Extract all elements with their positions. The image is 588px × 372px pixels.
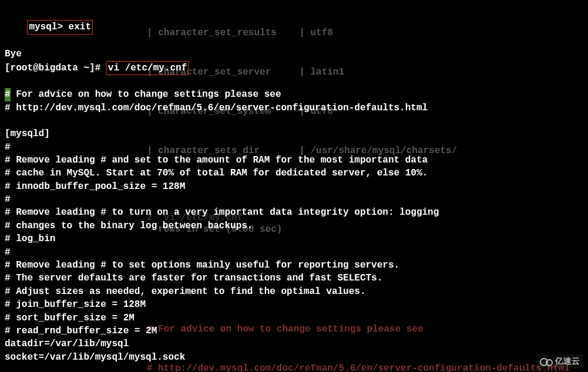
terminal-window[interactable]: mysql> exit Bye [root@bigdata ~]# vi /et… xyxy=(0,0,588,372)
vi-cmd-box: vi /etc/my.cnf xyxy=(106,61,189,75)
terminal-line: # innodb_buffer_pool_size = 128M xyxy=(5,180,583,193)
terminal-line: # read_rnd_buffer_size = 2M xyxy=(5,324,583,337)
root-prompt: [root@bigdata ~]# xyxy=(5,63,106,73)
terminal-line: # http://dev.mysql.com/doc/refman/5.6/en… xyxy=(5,102,583,114)
terminal-line: # xyxy=(5,193,583,206)
file-text: For advice on how to change settings ple… xyxy=(11,89,281,100)
terminal-line xyxy=(5,114,583,127)
terminal-line: # join_buffer_size = 128M xyxy=(5,298,583,311)
cloud-icon xyxy=(540,357,553,366)
terminal-line: datadir=/var/lib/mysql xyxy=(5,337,583,350)
terminal-line: # Remove leading # and set to the amount… xyxy=(5,154,583,167)
cursor-highlight: # xyxy=(5,88,11,101)
exit-cmd: exit xyxy=(63,22,91,32)
terminal-line: # For advice on how to change settings p… xyxy=(5,88,583,101)
terminal-line: # Remove leading # to set options mainly… xyxy=(5,259,583,272)
terminal-line xyxy=(5,364,583,372)
terminal-line: # The server defaults are faster for tra… xyxy=(5,272,583,285)
terminal-line: # Remove leading # to turn on a very imp… xyxy=(5,206,583,219)
watermark-text: 亿速云 xyxy=(555,356,580,367)
terminal-line: [root@bigdata ~]# vi /etc/my.cnf xyxy=(5,61,583,75)
terminal-line: # cache in MySQL. Start at 70% of total … xyxy=(5,167,583,180)
watermark: 亿速云 xyxy=(536,354,583,368)
terminal-line: # sort_buffer_size = 2M xyxy=(5,312,583,324)
terminal-line: Bye xyxy=(5,48,583,60)
mysql-prompt: mysql> xyxy=(29,22,63,32)
terminal-line xyxy=(5,75,583,88)
terminal-line: # xyxy=(5,141,583,154)
terminal-line: # Adjust sizes as needed, experiment to … xyxy=(5,285,583,298)
terminal-line: # xyxy=(5,246,583,259)
terminal-line: mysql> exit xyxy=(5,7,583,48)
terminal-line: # log_bin xyxy=(5,232,583,245)
terminal-line: socket=/var/lib/mysql/mysql.sock xyxy=(5,351,583,364)
terminal-line: # changes to the binary log between back… xyxy=(5,219,583,232)
terminal-line: [mysqld] xyxy=(5,127,583,140)
mysql-exit-box: mysql> exit xyxy=(27,20,93,34)
